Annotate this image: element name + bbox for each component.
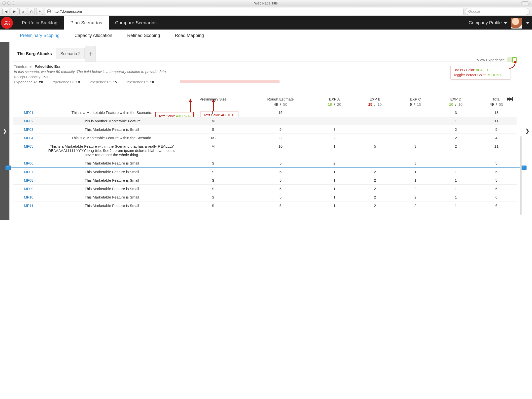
chevron-down-icon[interactable]	[526, 22, 530, 24]
cell-exp-0: 2	[314, 159, 355, 167]
user-avatar[interactable]	[511, 18, 522, 29]
home-button[interactable]: ⌂	[19, 8, 26, 15]
scenario-description: In this scenario, we have 50 capacity. T…	[14, 69, 516, 74]
back-button[interactable]: ◀	[2, 8, 9, 15]
cell-exp-3: 3	[436, 108, 476, 117]
table-row[interactable]: MF05This is a Marketable Feature within …	[13, 142, 517, 159]
cell-total: 5	[476, 159, 517, 167]
cell-rough-estimate	[247, 117, 314, 125]
forward-button[interactable]: ▶	[11, 8, 18, 15]
cell-exp-1: 2	[355, 193, 395, 201]
table-row[interactable]: MF11This Marketable Feature is SmallS512…	[13, 201, 517, 210]
cell-total: 6	[476, 185, 517, 193]
table-row[interactable]: MF04This is a Marketable Feature within …	[13, 134, 517, 142]
col-exp-b[interactable]: EXP B15 / 10	[355, 95, 395, 108]
cell-exp-1	[355, 125, 395, 134]
scenario-tabs: The Borg AttacksScenario 2+	[13, 46, 517, 62]
drag-handle-icon[interactable]: ≡	[5, 166, 11, 170]
cell-exp-0: 1	[314, 142, 355, 159]
feature-id-link[interactable]: MF02	[24, 119, 33, 123]
table-row[interactable]: MF02This is another Marketable FeatureM1…	[13, 117, 517, 125]
table-row[interactable]: MF07This Marketable Feature is SmallS512…	[13, 168, 517, 176]
feature-id-link[interactable]: MF07	[24, 170, 33, 174]
col-exp-d[interactable]: EXP D10 / 10	[436, 95, 476, 108]
scenario-tab-1[interactable]: Scenario 2	[56, 48, 85, 59]
cell-exp-1: 2	[355, 168, 395, 176]
nav-tab-plan-scenarios[interactable]: Plan Scenarios	[64, 16, 109, 30]
search-field[interactable]: Google	[465, 8, 530, 15]
cell-exp-1: 2	[355, 176, 395, 185]
feature-id-link[interactable]: MF05	[24, 144, 33, 148]
table-row[interactable]: MF09This Marketable Feature is SmallS512…	[13, 185, 517, 193]
feature-id-link[interactable]: MF09	[24, 187, 33, 191]
url-text: http://domain.com	[52, 9, 82, 13]
skip-forward-icon[interactable]: ▶▶|	[507, 96, 512, 101]
cell-exp-3: 1	[436, 168, 476, 176]
col-exp-c[interactable]: EXP C6 / 15	[395, 95, 436, 108]
col-exp-a[interactable]: EXP A18 / 20	[314, 95, 355, 108]
add-scenario-button[interactable]: +	[85, 46, 96, 62]
cell-exp-0: 2	[314, 134, 355, 142]
browser-toolbar: ◀ ▶ ⌂ ⎙ ＋ http://domain.com Google	[0, 6, 532, 16]
cell-exp-0	[314, 117, 355, 125]
feature-title: This is a Marketable Feature within the …	[44, 134, 179, 142]
feature-id-link[interactable]: MF10	[24, 195, 33, 199]
drag-handle-icon[interactable]: ≡	[521, 166, 527, 170]
window-titlebar: Web Page Title	[0, 0, 532, 6]
feature-id-link[interactable]: MF04	[24, 136, 33, 140]
cell-exp-2: 1	[395, 176, 436, 185]
table-row[interactable]: MF03This Marketable Feature is SmallS532…	[13, 125, 517, 134]
cell-exp-2	[395, 134, 436, 142]
cell-exp-0	[314, 108, 355, 117]
experience-capacity: Experience B: 10	[51, 80, 80, 84]
cell-exp-3: 1	[436, 176, 476, 185]
nav-tab-portfolio-backlog[interactable]: Portfolio Backlog	[15, 16, 64, 30]
cell-exp-1	[355, 134, 395, 142]
subnav-preliminary-scoping[interactable]: Preliminary Scoping	[20, 33, 60, 38]
subnav-road-mapping[interactable]: Road Mapping	[175, 33, 204, 38]
feature-id-link[interactable]: MF01	[24, 110, 33, 115]
subnav-refined-scoping[interactable]: Refined Scoping	[127, 33, 160, 38]
app-logo[interactable]: ORCA LOGO	[1, 17, 13, 29]
sub-nav: Preliminary ScopingCapacity AllocationRe…	[0, 30, 532, 42]
feature-id-link[interactable]: MF11	[24, 203, 33, 208]
cell-exp-2	[395, 117, 436, 125]
cell-exp-2: 1	[395, 168, 436, 176]
nav-tab-compare-scenarios[interactable]: Compare Scenarios	[109, 16, 163, 30]
cell-exp-0: 1	[314, 193, 355, 201]
table-row[interactable]: MF06This Marketable Feature is SmallS523…	[13, 159, 517, 167]
table-row[interactable]: MF01This is a Marketable Feature within …	[13, 108, 517, 117]
print-button[interactable]: ⎙	[28, 8, 35, 15]
company-profile-menu[interactable]: Company Profile	[469, 20, 507, 26]
app-nav: ORCA LOGO Portfolio BacklogPlan Scenario…	[0, 16, 532, 30]
add-button[interactable]: ＋	[36, 8, 43, 15]
cell-prelim-size: S	[179, 125, 247, 134]
cell-exp-2: 2	[395, 201, 436, 210]
subnav-capacity-allocation[interactable]: Capacity Allocation	[74, 33, 112, 38]
table-row[interactable]: MF08This Marketable Feature is SmallS512…	[13, 176, 517, 185]
cell-total: 5	[476, 176, 517, 185]
scrollbar[interactable]	[520, 136, 522, 215]
cell-total: 6	[476, 193, 517, 201]
cell-total: 11	[476, 117, 517, 125]
feature-id-link[interactable]: MF06	[24, 161, 33, 165]
col-rough-estimate[interactable]: Rough Estimate 48 / 50	[247, 95, 314, 108]
cell-exp-3: 1	[436, 185, 476, 193]
experience-capacity: Experience A: 20	[14, 80, 43, 84]
cell-rough-estimate: 5	[247, 185, 314, 193]
expand-right-handle[interactable]: ❯	[523, 42, 532, 220]
cell-exp-3: 2	[436, 134, 476, 142]
table-row[interactable]: MF10This Marketable Feature is SmallS512…	[13, 193, 517, 201]
feature-title: This is another Marketable Feature	[44, 117, 179, 125]
annotation-toggle-colors: Bar BG Color: #E4EECF Toggler Border Col…	[451, 66, 510, 79]
url-field[interactable]: http://domain.com	[45, 8, 463, 15]
cell-exp-2: 3	[395, 142, 436, 159]
feature-title: This is a Marketable Feature within the …	[44, 108, 179, 117]
cell-exp-0: 1	[314, 185, 355, 193]
feature-id-link[interactable]: MF08	[24, 178, 33, 182]
feature-table: Preliminary Size Rough Estimate 48 / 50 …	[13, 95, 517, 210]
feature-id-link[interactable]: MF03	[24, 127, 33, 132]
scenario-tab-0[interactable]: The Borg Attacks	[13, 48, 56, 59]
expand-left-handle[interactable]: ❯	[0, 42, 9, 220]
col-prelim-size[interactable]: Preliminary Size	[179, 95, 247, 108]
